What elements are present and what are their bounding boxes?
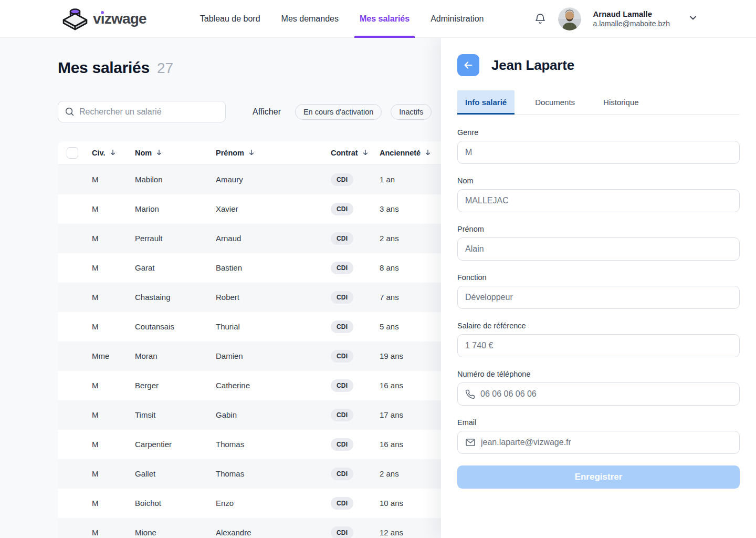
nav-administration[interactable]: Administration (429, 0, 485, 38)
filter-chip-inactifs[interactable]: Inactifs (391, 104, 432, 120)
salaire-input[interactable] (465, 341, 732, 350)
contract-badge: CDI (331, 438, 353, 451)
field-label: Genre (457, 128, 740, 137)
telephone-input[interactable] (480, 389, 732, 399)
cell-nom: Berger (135, 371, 216, 400)
cell-nom: Perrault (135, 224, 216, 253)
cell-prenom: Enzo (216, 489, 331, 518)
field-label: Prénom (457, 225, 740, 233)
sort-down-icon[interactable] (248, 149, 255, 158)
field-label: Salaire de référence (457, 322, 740, 330)
search-icon (65, 107, 75, 117)
cell-nom: Mione (135, 518, 216, 538)
field-label: Fonction (457, 273, 740, 282)
cell-civ: M (92, 224, 135, 253)
select-all-checkbox[interactable] (67, 147, 78, 159)
sort-down-icon[interactable] (155, 149, 163, 158)
cell-contrat: CDI (331, 194, 380, 224)
row-select-cell (58, 342, 92, 371)
field-genre: Genre (457, 128, 740, 164)
contract-badge: CDI (331, 379, 353, 392)
genre-input[interactable] (465, 148, 732, 157)
cell-prenom: Damien (216, 342, 331, 371)
row-select-cell (58, 489, 92, 518)
row-select-cell (58, 430, 92, 459)
nav-tableau-de-bord[interactable]: Tableau de bord (199, 0, 261, 38)
nav-mes-demandes[interactable]: Mes demandes (280, 0, 340, 38)
row-select-cell (58, 165, 92, 194)
tab-historique[interactable]: Historique (595, 90, 647, 114)
cell-prenom: Alexandre (216, 518, 331, 538)
tab-info-salarie[interactable]: Info salarié (457, 90, 514, 114)
fonction-input[interactable] (465, 293, 732, 302)
cell-civ: M (92, 489, 135, 518)
filter-chip-en-cours-activation[interactable]: En cours d'activation (295, 104, 382, 120)
contract-badge: CDI (331, 203, 353, 215)
user-avatar[interactable] (558, 7, 581, 30)
employee-detail-drawer: Jean Laparte Info salarié Documents Hist… (441, 38, 756, 538)
search-input[interactable] (79, 107, 219, 117)
cell-prenom: Xavier (216, 194, 331, 224)
cell-civ: M (92, 312, 135, 342)
nom-input[interactable] (465, 196, 732, 205)
cell-nom: Gallet (135, 459, 216, 489)
cell-prenom: Bastien (216, 253, 331, 283)
cell-civ: M (92, 253, 135, 283)
top-bar: vızwage Tableau de bord Mes demandes Mes… (0, 0, 756, 38)
back-button[interactable] (457, 54, 479, 76)
cell-civ: M (92, 165, 135, 194)
arrow-left-icon (463, 59, 474, 71)
cell-contrat: CDI (331, 342, 380, 371)
cell-contrat: CDI (331, 459, 380, 489)
brand-logo[interactable]: vızwage (61, 7, 146, 31)
cell-nom: Chastaing (135, 283, 216, 312)
contract-badge: CDI (331, 232, 353, 245)
field-nom: Nom (457, 177, 740, 212)
sort-down-icon[interactable] (109, 149, 117, 158)
cell-civ: Mme (92, 342, 135, 371)
cell-nom: Boichot (135, 489, 216, 518)
search-box[interactable] (58, 101, 226, 122)
sort-down-icon[interactable] (424, 149, 432, 158)
sort-down-icon[interactable] (362, 149, 369, 158)
cell-civ: M (92, 283, 135, 312)
nav-mes-salaries[interactable]: Mes salariés (359, 0, 411, 38)
prenom-input[interactable] (465, 244, 732, 254)
tab-documents[interactable]: Documents (527, 90, 583, 114)
cell-prenom: Robert (216, 283, 331, 312)
cell-civ: M (92, 430, 135, 459)
save-button[interactable]: Enregistrer (457, 465, 740, 489)
brand-mark-icon (61, 7, 89, 31)
column-header-nom[interactable]: Nom (135, 141, 216, 165)
envelope-icon (465, 437, 476, 448)
main-nav: Tableau de bord Mes demandes Mes salarié… (199, 0, 485, 38)
contract-badge: CDI (331, 173, 353, 186)
cell-contrat: CDI (331, 430, 380, 459)
contract-badge: CDI (331, 526, 353, 538)
column-header-civ[interactable]: Civ. (92, 141, 135, 165)
contract-badge: CDI (331, 350, 353, 363)
contract-badge: CDI (331, 468, 353, 480)
cell-nom: Coutansais (135, 312, 216, 342)
column-header-prenom[interactable]: Prénom (216, 141, 331, 165)
row-select-cell (58, 518, 92, 538)
notifications-bell-icon[interactable] (534, 13, 547, 25)
cell-civ: M (92, 518, 135, 538)
cell-civ: M (92, 459, 135, 489)
cell-prenom: Gabin (216, 400, 331, 430)
cell-contrat: CDI (331, 312, 380, 342)
user-info[interactable]: Arnaud Lamalle a.lamalle@maboite.bzh (593, 9, 670, 29)
cell-nom: Timsit (135, 400, 216, 430)
field-email: Email (457, 418, 740, 454)
email-input[interactable] (481, 438, 732, 447)
filter-label: Afficher (253, 107, 281, 117)
cell-prenom: Thurial (216, 312, 331, 342)
cell-prenom: Amaury (216, 165, 331, 194)
row-select-cell (58, 224, 92, 253)
column-header-contrat[interactable]: Contrat (331, 141, 380, 165)
drawer-tabs: Info salarié Documents Historique (457, 90, 740, 115)
cell-nom: Moran (135, 342, 216, 371)
cell-prenom: Thomas (216, 430, 331, 459)
field-label: Nom (457, 177, 740, 185)
user-menu-chevron-down-icon[interactable] (688, 13, 698, 25)
